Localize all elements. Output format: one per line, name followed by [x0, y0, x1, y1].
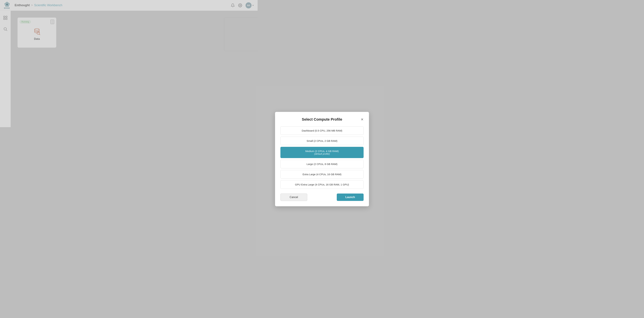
modal-overlay: Select Compute Profile ✕ Dashboard (0.5 … — [0, 0, 258, 127]
